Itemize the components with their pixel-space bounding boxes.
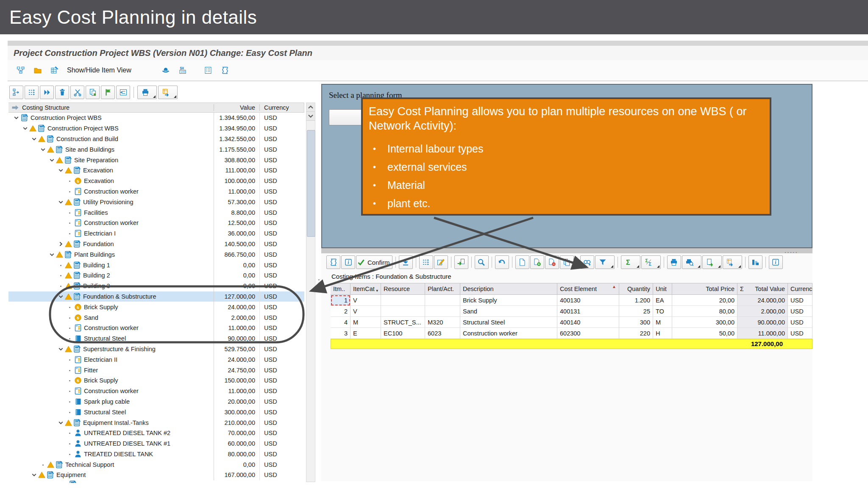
- column-header-itemcat[interactable]: ItemCat▼: [351, 283, 381, 295]
- column-header-total-price[interactable]: Total Price: [672, 283, 737, 295]
- sum-button[interactable]: Σ: [621, 255, 640, 269]
- table-row[interactable]: 1VBrick Supply4001301.200EA20,0024.000,0…: [331, 295, 812, 306]
- chevron-right-icon[interactable]: [57, 240, 64, 248]
- tree-row[interactable]: Construction worker11.000,00USD: [8, 186, 304, 197]
- column-header-itm-[interactable]: Itm..: [331, 283, 351, 295]
- tree-row[interactable]: Construction Project WBS1.394.950,00USD: [8, 123, 304, 134]
- tree-row[interactable]: UNTREATED DIESEL TANK #270.000,00USD: [8, 428, 304, 438]
- transfer-button[interactable]: [454, 255, 468, 269]
- table-row[interactable]: 3EEC1006023Construction worker602300220H…: [331, 328, 812, 339]
- tree-row[interactable]: Electrician II24.000,00USD: [8, 354, 304, 365]
- page-new-button[interactable]: [515, 255, 529, 269]
- chevron-down-icon[interactable]: [31, 471, 38, 479]
- printer-button[interactable]: [137, 86, 157, 99]
- vertical-splitter[interactable]: [316, 83, 321, 483]
- tree-row[interactable]: Electrician I36.000,00USD: [8, 228, 304, 239]
- column-header-plant-act-[interactable]: Plant/Act.: [425, 283, 460, 295]
- item-lines-button[interactable]: [116, 86, 130, 99]
- column-header-resource[interactable]: Resource: [381, 283, 425, 295]
- hierarchy-button[interactable]: [14, 63, 28, 78]
- folder-button[interactable]: [31, 63, 45, 78]
- tree-row[interactable]: Fitter24.750,00USD: [8, 365, 304, 375]
- tree-row[interactable]: Site Preparation308.800,00USD: [8, 155, 304, 165]
- tree-row[interactable]: Superstructure & Finishing529.750,00USD: [8, 344, 304, 355]
- subtree-button[interactable]: [9, 86, 23, 99]
- tree-row[interactable]: Structural Steel300.000,00USD: [8, 407, 304, 417]
- tree-row[interactable]: 5Sand2.000,00USD: [8, 312, 304, 323]
- copy-page-button[interactable]: [86, 86, 100, 99]
- chevron-down-icon[interactable]: [13, 114, 20, 122]
- table-row[interactable]: 2VSand40013125TO80,002.000,00USD: [331, 306, 812, 317]
- tree-row[interactable]: Utility Provisioning57.300,00USD: [8, 197, 304, 207]
- column-header-description[interactable]: Description: [460, 283, 557, 295]
- tree-row[interactable]: Building 10,00USD: [8, 260, 304, 270]
- column-header-cost-element[interactable]: Cost Element▲: [557, 283, 619, 295]
- tree-row[interactable]: UNTREATED DIESEL TANK #160.000,00USD: [8, 438, 304, 449]
- fast-forward-button[interactable]: [40, 86, 54, 99]
- costs-money-button[interactable]: $¥100: [175, 63, 190, 78]
- chevron-down-icon[interactable]: [57, 419, 64, 427]
- delete-trash-button[interactable]: [55, 86, 69, 99]
- horizontal-splitter[interactable]: .....: [321, 248, 812, 253]
- tree-scrollbar[interactable]: [306, 103, 315, 482]
- item-view-button[interactable]: [47, 63, 62, 78]
- chevron-down-icon[interactable]: [57, 166, 64, 174]
- tree-row[interactable]: Site and Buildings1.175.550,00USD: [8, 144, 304, 155]
- tree-row[interactable]: Construction worker11.000,00USD: [8, 323, 304, 333]
- tree-row[interactable]: Structural Steel90.000,00USD: [8, 333, 304, 344]
- log-list-button[interactable]: [201, 63, 215, 78]
- tree-row[interactable]: Spark plug cable20.000,00USD: [8, 396, 304, 407]
- expand-all-button[interactable]: [25, 86, 39, 99]
- chevron-down-icon[interactable]: [48, 156, 56, 164]
- tree-header-currency[interactable]: Currency: [259, 104, 304, 111]
- page-copy-button[interactable]: [560, 255, 574, 269]
- export-file-button[interactable]: [702, 255, 722, 269]
- tree-row[interactable]: 5Brick Supply150.000,00USD: [8, 375, 304, 386]
- chevron-down-icon[interactable]: [57, 198, 64, 206]
- chevron-down-icon[interactable]: [48, 251, 56, 258]
- chevron-down-icon[interactable]: [39, 146, 47, 153]
- page-add-button[interactable]: [530, 255, 544, 269]
- column-header-total-value[interactable]: ΣTotal Value: [737, 283, 788, 295]
- tree-row[interactable]: 5Brick Supply24.000,00USD: [8, 302, 304, 312]
- tree-row[interactable]: Excavation111.000,00USD: [8, 165, 304, 176]
- scroll-up-button[interactable]: [306, 103, 315, 112]
- column-header-currency[interactable]: Currency: [788, 283, 812, 295]
- expand-all-button[interactable]: [419, 255, 433, 269]
- tree-row[interactable]: Facilities8.800,00USD: [8, 207, 304, 218]
- column-header-quantity[interactable]: Quantity: [619, 283, 653, 295]
- tree-row[interactable]: 5Excavation100.000,00USD: [8, 176, 304, 186]
- column-config-button[interactable]: [748, 255, 762, 269]
- tree-row[interactable]: Plant Buildings866.750,00USD: [8, 249, 304, 260]
- chevron-down-icon[interactable]: [57, 293, 64, 300]
- chevron-down-icon[interactable]: [57, 345, 64, 353]
- worklist-hat-button[interactable]: [159, 63, 173, 78]
- scrollbar-thumb[interactable]: [307, 130, 315, 237]
- scroll-down-button[interactable]: [306, 112, 315, 121]
- table-row[interactable]: 4MSTRUCT_S...M320Structural Steel4001403…: [331, 317, 812, 328]
- tree-row[interactable]: TREATED DIESEL TANK80.000,00USD: [8, 449, 304, 460]
- tree-row[interactable]: Foundation & Substructure127.000,00USD: [8, 291, 304, 302]
- find-glasses-button[interactable]: [475, 255, 489, 269]
- edit-pencil-button[interactable]: [434, 255, 448, 269]
- tree-row[interactable]: Technical Support0,00USD: [8, 459, 304, 470]
- chevron-down-icon[interactable]: [31, 135, 38, 143]
- print-preview-button[interactable]: [682, 255, 701, 269]
- undo-button[interactable]: [495, 255, 509, 269]
- tree-row[interactable]: Equipment Instal.-Tanks210.000,00USD: [8, 417, 304, 428]
- info-button[interactable]: i: [341, 255, 355, 269]
- tree-row[interactable]: Equipment167.000,00USD: [8, 470, 304, 480]
- export-grid-button[interactable]: [158, 86, 178, 99]
- filter-funnel-button[interactable]: [595, 255, 615, 269]
- tree-row[interactable]: Construction and Build1.342.550,00USD: [8, 134, 304, 144]
- flag-button[interactable]: [101, 86, 115, 99]
- find-next-button[interactable]: [580, 255, 594, 269]
- tree-row[interactable]: Foundation140.500,00USD: [8, 239, 304, 250]
- check-button[interactable]: Confirm: [356, 255, 392, 269]
- chevron-down-icon[interactable]: [22, 125, 29, 132]
- info-button[interactable]: i: [769, 255, 783, 269]
- scroll-page-button[interactable]: [326, 255, 340, 269]
- scroll-page-button[interactable]: [218, 63, 232, 78]
- subtotal-button[interactable]: ΣΣ: [641, 255, 661, 269]
- tree-header-value[interactable]: Value: [214, 104, 259, 111]
